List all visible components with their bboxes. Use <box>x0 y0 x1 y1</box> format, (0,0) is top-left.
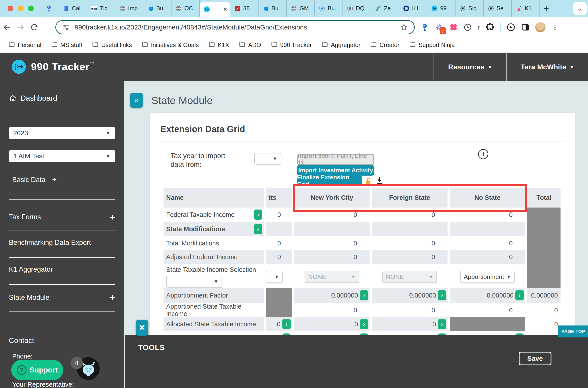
import-label: Tax year to import data from: <box>171 152 239 169</box>
support-button[interactable]: ? Support <box>11 360 63 380</box>
browser-tab[interactable]: Bu <box>143 0 172 17</box>
expand-chevron-button[interactable]: › <box>254 224 262 234</box>
browser-tab[interactable]: Bu <box>315 0 343 17</box>
tab-search-button[interactable]: ⌄ <box>573 2 587 15</box>
close-window-button[interactable] <box>7 5 13 11</box>
extensions-puzzle-icon[interactable] <box>486 23 495 32</box>
folder-icon <box>239 41 246 49</box>
unlock-icon[interactable] <box>364 177 373 186</box>
browser-tab-active[interactable]: × <box>200 2 230 17</box>
expand-chevron-button[interactable]: › <box>360 290 368 300</box>
total-cell-disabled <box>527 236 561 250</box>
import-990t-button[interactable]: Import 990-T, Part I, Line 11 <box>297 154 374 165</box>
sidebar-item-dashboard[interactable]: Dashboard <box>9 94 57 102</box>
browser-tab[interactable]: Sig <box>455 0 484 17</box>
new-tab-button[interactable]: + <box>540 0 553 17</box>
support-label: Support <box>30 366 58 374</box>
sidebar-item-benchmarking-data-export[interactable]: Benchmarking Data Export <box>9 239 115 246</box>
browser-tab[interactable]: OC <box>172 0 200 17</box>
minimize-window-button[interactable] <box>18 5 23 11</box>
bookmark-item[interactable]: MS stuff <box>51 41 82 49</box>
year-select[interactable]: 2023▼ <box>9 127 115 139</box>
user-menu[interactable]: Tara McWhite▼ <box>506 53 588 81</box>
reload-button[interactable] <box>27 23 41 31</box>
chevron-down-icon: ▼ <box>214 279 218 285</box>
expand-chevron-button[interactable]: › <box>515 290 524 300</box>
clock-extension-icon[interactable] <box>463 23 472 31</box>
flower-extension-icon[interactable] <box>449 23 458 31</box>
collapse-sidebar-button[interactable]: « <box>130 93 143 108</box>
browser-tab[interactable]: Imp <box>115 0 143 17</box>
browser-tab[interactable]: K1 <box>399 0 427 17</box>
bookmark-item[interactable]: Support Ninja <box>409 41 455 49</box>
finalize-extension-grid-button[interactable]: Finalize Extension Grid <box>297 176 362 186</box>
bookmark-item[interactable]: Personal <box>8 41 42 49</box>
expand-chevron-button[interactable]: › <box>438 319 446 329</box>
import-year-select[interactable]: ▼ <box>254 153 281 165</box>
plus-icon[interactable]: + <box>52 175 57 184</box>
bookmark-item[interactable]: Initiatives & Goals <box>142 41 199 49</box>
browser-tab[interactable]: 99 <box>427 0 455 17</box>
bookmark-item[interactable]: Creator <box>370 41 399 49</box>
browser-tab[interactable]: K1XTic <box>87 0 115 17</box>
state-income-select[interactable]: NONE▼ <box>383 271 437 283</box>
state-income-select[interactable]: ▼ <box>166 276 222 288</box>
window-controls[interactable] <box>0 0 39 17</box>
value-cell: 0 <box>266 208 292 222</box>
app-logo[interactable]: 990 Tracker™ <box>12 59 94 74</box>
sidebar-item-tax-forms[interactable]: Tax Forms+ <box>9 212 115 222</box>
side-panel-icon[interactable] <box>521 23 529 31</box>
chevron-down-icon: ▼ <box>351 274 356 280</box>
browser-tab[interactable]: 38 <box>230 0 259 17</box>
sidebar-item-basic-data[interactable]: Basic Data + <box>12 175 56 184</box>
bookmark-item[interactable]: K1X <box>208 41 229 49</box>
pin-extension-icon[interactable] <box>421 23 429 31</box>
info-icon[interactable]: i <box>478 149 488 159</box>
browser-tab[interactable]: DQ <box>343 0 371 17</box>
k1xspin-favicon-icon <box>487 5 494 12</box>
page-top-button[interactable]: PAGE TOP <box>558 325 588 338</box>
sidebar-item-k1-aggregator[interactable]: K1 Aggregator <box>9 266 115 273</box>
browser-tab[interactable]: Ze <box>371 0 399 17</box>
engagement-select[interactable]: 1 AIM Test▼ <box>9 150 115 162</box>
browser-tab[interactable]: Cal <box>59 0 87 17</box>
bookmark-item[interactable]: Aggregator <box>321 41 361 49</box>
close-tab-icon[interactable]: × <box>224 6 227 12</box>
browser-tab[interactable]: GM <box>287 0 315 17</box>
save-button[interactable]: Save <box>519 352 551 365</box>
resources-menu[interactable]: Resources▼ <box>433 53 506 81</box>
r-extension-icon[interactable]: r <box>478 24 480 31</box>
plus-icon[interactable]: + <box>110 212 115 222</box>
profile-avatar[interactable] <box>535 22 545 32</box>
browser-tab[interactable]: Bu <box>259 0 287 17</box>
state-income-select[interactable]: ▼ <box>266 271 283 283</box>
state-income-select[interactable]: Apportionment▼ <box>460 271 515 283</box>
state-income-select[interactable]: NONE▼ <box>305 271 359 283</box>
address-bar[interactable]: 990tracker.k1x.io/2023/Engagement/40843#… <box>55 20 415 34</box>
browser-menu-icon[interactable] <box>551 24 559 31</box>
expand-chevron-button[interactable]: › <box>360 319 368 329</box>
spark-extension-icon[interactable]: 7 <box>435 23 444 32</box>
bookmark-item[interactable]: Useful links <box>92 41 132 49</box>
back-button[interactable] <box>0 23 14 32</box>
expand-chevron-button[interactable]: › <box>282 319 291 329</box>
bookmark-item[interactable]: ADO <box>239 41 261 49</box>
lightning-extension-icon[interactable] <box>506 23 515 32</box>
disabled-cell <box>266 288 292 303</box>
browser-tab[interactable]: Se <box>484 0 512 17</box>
pinned-tab[interactable] <box>39 0 59 17</box>
close-tools-button[interactable]: ✕ <box>136 320 148 336</box>
sidebar-item-state-module[interactable]: State Module+ <box>9 292 115 303</box>
url-text[interactable]: 990tracker.k1x.io/2023/Engagement/40843#… <box>75 24 400 31</box>
browser-tab[interactable]: K1 <box>512 0 540 17</box>
value-cell: 0› <box>294 317 370 331</box>
plus-icon[interactable]: + <box>110 292 115 303</box>
bookmark-star-icon[interactable] <box>400 23 408 31</box>
tab-label: Imp <box>128 5 137 12</box>
download-icon[interactable] <box>375 176 384 185</box>
expand-chevron-button[interactable]: › <box>438 290 446 300</box>
bookmark-item[interactable]: 990 Tracker <box>271 41 312 49</box>
maximize-window-button[interactable] <box>28 5 34 11</box>
expand-chevron-button[interactable]: › <box>254 210 262 220</box>
forward-button[interactable] <box>14 23 27 32</box>
